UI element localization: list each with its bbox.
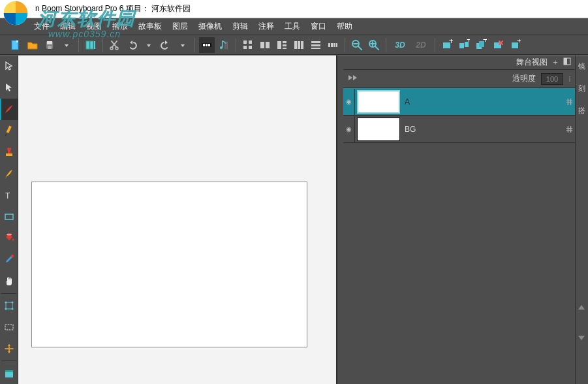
save-icon[interactable]: [42, 37, 57, 53]
dropper-tool-icon[interactable]: [0, 249, 18, 270]
collapsed-panel[interactable]: 镜 刻 搭: [575, 55, 588, 384]
hand-tool-icon[interactable]: [0, 270, 18, 292]
separator-icon: [78, 38, 79, 52]
new-file-icon[interactable]: [8, 37, 23, 53]
light-table-icon[interactable]: [199, 37, 215, 53]
duplicate-panel-icon[interactable]: +: [473, 37, 489, 53]
layer-thumbnail[interactable]: [357, 118, 400, 141]
3d-icon[interactable]: 3D: [390, 37, 410, 53]
save-dropdown-icon[interactable]: [59, 37, 74, 53]
svg-rect-27: [249, 40, 252, 44]
svg-marker-17: [181, 44, 185, 47]
collapsed-label-1[interactable]: 镜: [576, 59, 588, 72]
separator-icon: [1, 360, 16, 361]
svg-rect-29: [260, 42, 264, 48]
arrow-tool-icon[interactable]: [0, 77, 18, 99]
layer-name[interactable]: BG: [402, 125, 563, 134]
svg-marker-66: [5, 134, 7, 136]
collapsed-label-3[interactable]: 搭: [576, 104, 588, 117]
zoom-in-icon[interactable]: [366, 37, 382, 53]
2d-icon[interactable]: 2D: [411, 37, 431, 53]
add-panel2-icon[interactable]: +: [507, 37, 523, 53]
visibility-icon[interactable]: ◉: [343, 89, 355, 115]
visibility-icon[interactable]: ◉: [343, 116, 355, 142]
canvas-area[interactable]: [18, 55, 337, 384]
menu-storyboard[interactable]: 故事板: [138, 21, 162, 32]
delete-panel-icon[interactable]: [490, 37, 506, 53]
cut-icon[interactable]: [107, 37, 123, 53]
menu-layer[interactable]: 图层: [172, 21, 188, 32]
menu-clip[interactable]: 剪辑: [232, 21, 248, 32]
separator-icon: [1, 293, 16, 294]
svg-rect-2: [16, 40, 18, 42]
left-toolbar: T: [0, 55, 18, 384]
brush-tool-icon[interactable]: [0, 99, 18, 120]
menu-camera[interactable]: 摄像机: [198, 21, 222, 32]
layer-name[interactable]: A: [402, 97, 563, 106]
layer-animate-icon[interactable]: ⵌ: [563, 97, 575, 107]
view-columns-icon[interactable]: [291, 37, 307, 53]
redo-icon[interactable]: [158, 37, 174, 53]
scroll-arrows-icon[interactable]: [576, 303, 587, 342]
add-view-icon[interactable]: ＋: [551, 57, 559, 68]
view-list-icon[interactable]: [274, 37, 290, 53]
opacity-label: 透明度: [512, 73, 536, 84]
svg-rect-31: [277, 41, 281, 49]
view-hstrip-icon[interactable]: [308, 37, 324, 53]
view-thumbnails-icon[interactable]: [240, 37, 256, 53]
svg-rect-7: [86, 41, 89, 49]
menu-caption[interactable]: 注释: [258, 21, 274, 32]
separator-icon: [345, 38, 345, 52]
panel-gutter[interactable]: [337, 55, 343, 384]
svg-text:T: T: [5, 191, 10, 200]
svg-rect-34: [283, 48, 286, 49]
view-frames-icon[interactable]: [325, 37, 341, 53]
svg-rect-20: [206, 44, 208, 46]
library-tool-icon[interactable]: [0, 362, 18, 384]
view-two-icon[interactable]: [257, 37, 273, 53]
stamp-tool-icon[interactable]: [0, 142, 18, 163]
svg-rect-4: [47, 41, 52, 44]
stage-tab[interactable]: 舞台视图: [516, 57, 548, 68]
opacity-stepper-icon[interactable]: ⁞: [568, 74, 571, 84]
select-tool-icon[interactable]: [0, 56, 18, 77]
add-scene-icon[interactable]: +: [439, 37, 455, 53]
collapsed-label-2[interactable]: 刻: [576, 82, 588, 95]
music-track-icon[interactable]: [216, 37, 232, 53]
menu-help[interactable]: 帮助: [337, 21, 352, 32]
play-forward-icon[interactable]: [347, 73, 359, 84]
open-folder-icon[interactable]: [25, 37, 40, 53]
undo-icon[interactable]: [124, 37, 140, 53]
redo-dropdown-icon[interactable]: [175, 37, 191, 53]
svg-marker-89: [578, 305, 585, 310]
add-panel-icon[interactable]: +: [456, 37, 472, 53]
dock-icon[interactable]: [563, 57, 571, 67]
opacity-input[interactable]: 100: [541, 73, 563, 85]
scripts-icon[interactable]: [83, 37, 99, 53]
svg-point-73: [12, 239, 14, 241]
reposition-tool-icon[interactable]: [0, 338, 18, 359]
layer-row[interactable]: ◉ BG ⵌ: [343, 116, 575, 143]
zoom-out-icon[interactable]: [349, 37, 365, 53]
layer-thumbnail[interactable]: [357, 90, 400, 114]
transform-tool-icon[interactable]: [0, 295, 18, 317]
bucket-tool-icon[interactable]: [0, 227, 18, 249]
pencil-tool-icon[interactable]: [0, 120, 18, 142]
menu-window[interactable]: 窗口: [311, 21, 326, 32]
rectangle-tool-icon[interactable]: [0, 206, 18, 227]
svg-point-72: [7, 234, 12, 236]
cutter-tool-icon[interactable]: [0, 317, 18, 338]
undo-dropdown-icon[interactable]: [141, 37, 157, 53]
layer-row[interactable]: ◉ A ⵌ: [343, 88, 575, 116]
menu-tools[interactable]: 工具: [285, 21, 300, 32]
svg-rect-28: [249, 46, 252, 49]
svg-marker-16: [165, 40, 168, 44]
watermark-sub: www.pc0359.cn: [48, 29, 121, 39]
layer-animate-icon[interactable]: ⵌ: [563, 124, 575, 135]
svg-marker-6: [65, 44, 69, 47]
camera-frame[interactable]: [31, 182, 307, 347]
svg-text:+: +: [449, 39, 453, 46]
svg-rect-71: [5, 214, 13, 219]
texture-brush-icon[interactable]: [0, 163, 18, 184]
text-tool-icon[interactable]: T: [0, 184, 18, 206]
